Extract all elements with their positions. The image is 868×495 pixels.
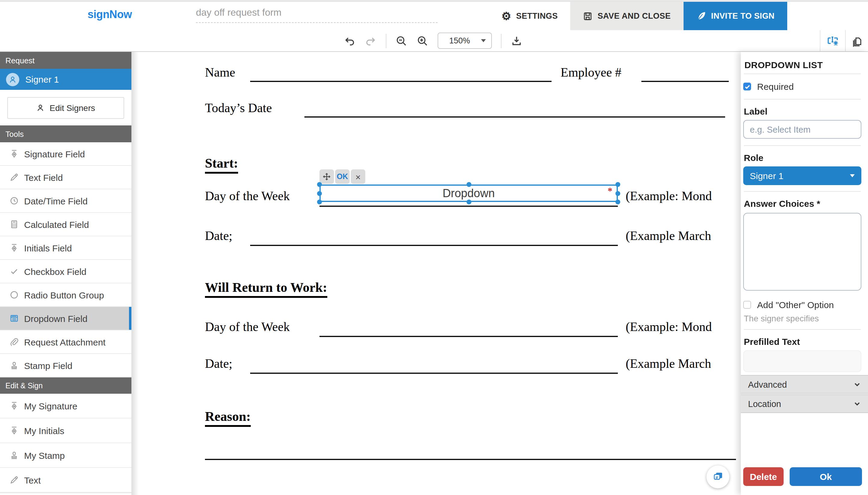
tool-label: My Signature [24,400,77,411]
doc-date-line-2 [250,373,618,374]
tool-label: Stamp Field [24,360,72,371]
page-left-shadow [132,52,139,495]
doc-example-monday-2: (Example: Mond [626,320,712,335]
stamp-icon [10,361,19,370]
field-overlay-toolbar: OK × [319,169,365,184]
panel-divider [744,145,861,146]
tool-radio-button-group[interactable]: Radio Button Group [0,284,132,307]
prefilled-text-heading: Prefilled Text [744,337,800,347]
resize-handle[interactable] [317,200,322,204]
tool-initials-field[interactable]: Initials Field [0,236,132,260]
resize-handle[interactable] [317,182,322,187]
tool-date-time-field[interactable]: Date/Time Field [0,189,132,213]
location-accordion[interactable]: Location [741,394,868,413]
document-title[interactable]: day off request form [196,7,438,23]
tool-checkbox-field[interactable]: Checkbox Field [0,260,132,284]
doc-example-march-2: (Example March [626,356,711,371]
field-ok-label: OK [337,172,348,181]
tool-calculated-field[interactable]: Calculated Field [0,213,132,236]
doc-day-of-week-label: Day of the Week [205,189,290,204]
resize-handle[interactable] [615,191,620,196]
required-label: Required [757,81,794,92]
zoom-in-icon[interactable] [417,35,429,47]
person-icon [36,104,45,112]
advanced-label: Advanced [748,379,853,389]
comments-button[interactable] [707,465,729,488]
avatar-person-icon [6,73,19,86]
download-icon[interactable] [510,35,523,47]
ok-button[interactable]: Ok [789,467,862,486]
clock-icon [10,196,19,205]
chevron-down-icon [853,400,861,407]
invite-to-sign-button[interactable]: INVITE TO SIGN [683,2,787,30]
floppy-icon [583,11,593,21]
settings-label: SETTINGS [516,12,558,20]
field-close-button[interactable]: × [351,169,365,184]
request-section-header: Request [0,52,132,69]
label-heading: Label [744,106,767,116]
move-icon[interactable] [319,169,334,184]
tool-label: Checkbox Field [24,266,87,276]
tool-text[interactable]: Text [0,468,132,493]
delete-button[interactable]: Delete [743,467,784,486]
field-ok-button[interactable]: OK [335,169,350,184]
tool-my-signature[interactable]: My Signature [0,394,132,419]
resize-handle[interactable] [467,200,471,204]
panel-divider [744,191,861,192]
edit-signers-button[interactable]: Edit Signers [7,97,124,119]
checkbox-unchecked-icon[interactable] [743,301,751,309]
tool-label: Initials Field [24,243,72,253]
resize-handle[interactable] [467,182,471,187]
add-other-checkbox-row[interactable]: Add "Other" Option [743,300,834,310]
zoom-out-icon[interactable] [395,35,407,47]
tool-stamp-field[interactable]: Stamp Field [0,354,132,377]
doc-day-of-week-label-2: Day of the Week [205,320,290,335]
tool-dropdown-field[interactable]: Dropdown Field [0,307,132,330]
answer-choices-textarea[interactable] [743,213,861,291]
undo-icon[interactable] [344,35,355,47]
signer-specifies-text: The signer specifies [744,313,819,323]
panel-divider [744,73,861,74]
tools-section-header: Tools [0,125,132,142]
tool-request-attachment[interactable]: Request Attachment [0,330,132,354]
editor-toolbar: 150% [0,30,868,52]
sidebar-item-signer-1[interactable]: Signer 1 [0,69,132,90]
feather-icon [696,11,706,21]
app-window: signNow day off request form ⚙ SETTINGS … [0,0,868,495]
doc-example-march: (Example March [626,228,711,243]
invite-to-sign-label: INVITE TO SIGN [711,12,775,20]
field-settings-icon[interactable] [820,30,845,51]
pen-nib-icon [10,149,19,158]
checkbox-checked-icon[interactable] [743,83,751,90]
role-select[interactable]: Signer 1 [743,166,861,185]
resize-handle[interactable] [615,200,620,204]
calculator-icon [10,220,19,229]
tool-my-initials[interactable]: My Initials [0,419,132,443]
gear-icon: ⚙ [502,11,511,21]
doc-name-label: Name [205,65,235,80]
tool-label: My Initials [24,425,64,436]
resize-handle[interactable] [317,191,322,196]
redo-icon[interactable] [365,35,377,47]
top-bar: signNow day off request form ⚙ SETTINGS … [0,2,868,31]
prefilled-text-input[interactable] [743,350,861,372]
required-checkbox-row[interactable]: Required [743,81,794,92]
pencil-icon [10,173,19,182]
label-input[interactable] [743,120,861,139]
save-and-close-button[interactable]: SAVE AND CLOSE [571,2,683,30]
signnow-logo: signNow [83,8,137,21]
tool-label: Radio Button Group [24,290,104,300]
tool-label: Dropdown Field [24,313,87,323]
tool-signature-field[interactable]: Signature Field [0,142,132,166]
doc-example-monday: (Example: Mond [626,189,712,204]
resize-handle[interactable] [615,182,620,187]
zoom-level-select[interactable]: 150% [438,33,492,49]
settings-button[interactable]: ⚙ SETTINGS [489,2,571,30]
tool-label: Signature Field [24,149,85,159]
advanced-accordion[interactable]: Advanced [741,375,868,394]
pages-icon[interactable] [845,30,868,51]
required-asterisk: * [608,186,612,197]
tool-text-field[interactable]: Text Field [0,166,132,189]
tool-my-stamp[interactable]: My Stamp [0,443,132,468]
doc-date-line [250,245,618,246]
